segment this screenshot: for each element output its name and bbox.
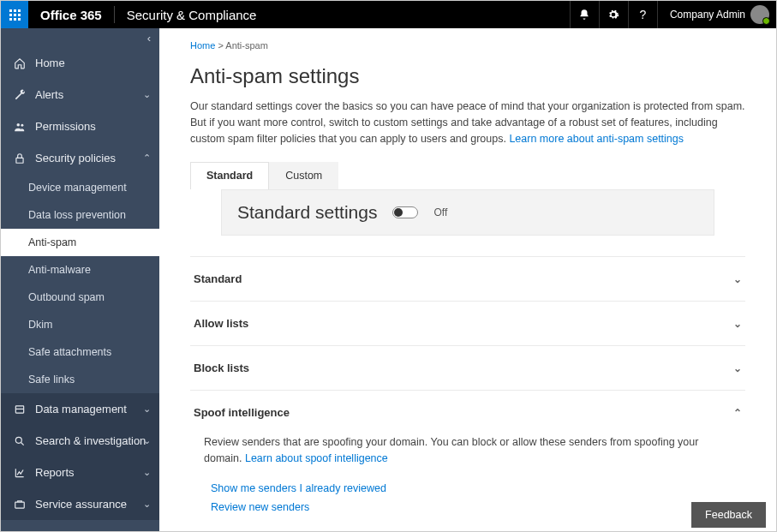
chevron-down-icon: ⌄: [143, 435, 151, 446]
chevron-down-icon: ⌄: [733, 318, 742, 330]
sidebar-item-permissions[interactable]: Permissions: [1, 111, 159, 142]
app-launcher-icon[interactable]: [1, 1, 28, 28]
accordion-block-lists[interactable]: Block lists ⌄: [190, 346, 745, 390]
lock-icon: [13, 152, 27, 164]
database-icon: [13, 403, 27, 415]
tab-custom[interactable]: Custom: [269, 162, 338, 189]
breadcrumb-current: Anti-spam: [225, 40, 268, 51]
page-description: Our standard settings cover the basics s…: [159, 99, 776, 162]
avatar: [750, 5, 769, 24]
sidebar-sub-anti-spam[interactable]: Anti-spam: [1, 229, 159, 256]
sidebar-label: Data management: [35, 403, 127, 415]
sidebar-sub-outbound-spam[interactable]: Outbound spam: [1, 284, 159, 311]
chevron-left-icon: ‹: [147, 32, 151, 45]
accordion-title: Spoof intelligence: [194, 406, 290, 419]
page-title: Anti-spam settings: [159, 57, 776, 99]
review-new-senders-link[interactable]: Review new senders: [204, 498, 732, 517]
feedback-button[interactable]: Feedback: [691, 502, 766, 528]
home-icon: [13, 57, 27, 69]
wrench-icon: [13, 89, 27, 101]
chevron-down-icon: ⌄: [733, 362, 742, 374]
accordion-allow-lists[interactable]: Allow lists ⌄: [190, 302, 745, 345]
chevron-down-icon: ⌄: [733, 273, 742, 285]
sidebar-sub-safe-attachments[interactable]: Safe attachments: [1, 338, 159, 366]
svg-rect-5: [15, 502, 25, 508]
breadcrumb: Home > Anti-spam: [159, 28, 776, 57]
sidebar-item-service-assurance[interactable]: Service assurance ⌄: [1, 488, 159, 520]
chevron-down-icon: ⌄: [143, 403, 151, 415]
learn-spoof-link[interactable]: Learn about spoof intelligence: [245, 452, 388, 464]
sidebar-sub-safe-links[interactable]: Safe links: [1, 366, 159, 393]
search-icon: [13, 435, 27, 447]
show-reviewed-senders-link[interactable]: Show me senders I already reviewed: [204, 479, 732, 498]
svg-rect-2: [16, 158, 23, 163]
spoof-body: Review senders that are spoofing your do…: [190, 434, 745, 531]
main-content: Home > Anti-spam Anti-spam settings Our …: [159, 28, 776, 531]
accordion-title: Standard: [194, 272, 242, 285]
standard-settings-toggle[interactable]: [392, 206, 418, 218]
breadcrumb-sep: >: [218, 40, 223, 51]
sidebar-label: Search & investigation: [35, 434, 146, 447]
accordion-title: Block lists: [194, 362, 249, 374]
chevron-up-icon: ⌃: [733, 407, 742, 419]
sidebar-sub-dlp[interactable]: Data loss prevention: [1, 201, 159, 229]
app-title: Security & Compliance: [115, 8, 269, 22]
sidebar-label: Reports: [35, 466, 75, 479]
sidebar-item-reports[interactable]: Reports ⌄: [1, 457, 159, 488]
service-icon: [13, 499, 27, 511]
sidebar-sub-device-management[interactable]: Device management: [1, 174, 159, 201]
user-menu[interactable]: Company Admin: [657, 1, 776, 28]
sidebar-sub-anti-malware[interactable]: Anti-malware: [1, 256, 159, 284]
sidebar-label: Security policies: [35, 152, 116, 164]
sidebar-item-search-investigation[interactable]: Search & investigation ⌄: [1, 425, 159, 457]
sidebar-label: Alerts: [35, 88, 63, 101]
svg-point-1: [21, 123, 23, 126]
chart-icon: [13, 467, 27, 479]
accordion-standard[interactable]: Standard ⌄: [190, 257, 745, 301]
sidebar-item-security-policies[interactable]: Security policies ⌃: [1, 142, 159, 174]
top-bar: Office 365 Security & Compliance ? Compa…: [1, 1, 776, 28]
sidebar-collapse[interactable]: ‹: [1, 28, 159, 47]
breadcrumb-home-link[interactable]: Home: [190, 40, 215, 51]
brand-label: Office 365: [28, 8, 114, 22]
tabs: Standard Custom: [190, 162, 745, 189]
svg-point-4: [15, 437, 21, 443]
bell-icon[interactable]: [570, 1, 599, 28]
sidebar: ‹ Home Alerts ⌄ Permissions: [1, 28, 159, 531]
sidebar-item-home[interactable]: Home: [1, 47, 159, 79]
people-icon: [13, 121, 27, 133]
chevron-down-icon: ⌄: [143, 499, 151, 510]
accordion: Standard ⌄ Allow lists ⌄ Block lists ⌄ S…: [190, 256, 745, 531]
standard-settings-band: Standard settings Off: [221, 189, 714, 236]
learn-more-link[interactable]: Learn more about anti-spam settings: [509, 133, 684, 145]
help-icon[interactable]: ?: [628, 1, 657, 28]
sidebar-label: Service assurance: [35, 498, 127, 511]
gear-icon[interactable]: [599, 1, 628, 28]
band-title: Standard settings: [237, 202, 377, 223]
toggle-state-label: Off: [433, 206, 447, 218]
sidebar-label: Home: [35, 57, 65, 69]
accordion-title: Allow lists: [194, 317, 248, 330]
sidebar-item-alerts[interactable]: Alerts ⌄: [1, 79, 159, 111]
sidebar-label: Permissions: [35, 120, 96, 133]
svg-point-0: [17, 123, 21, 126]
tab-standard[interactable]: Standard: [190, 162, 269, 189]
sidebar-sub-dkim[interactable]: Dkim: [1, 311, 159, 338]
user-name-label: Company Admin: [670, 9, 745, 21]
sidebar-item-data-management[interactable]: Data management ⌄: [1, 393, 159, 425]
chevron-down-icon: ⌄: [143, 467, 151, 478]
accordion-spoof-intelligence[interactable]: Spoof intelligence ⌃: [190, 391, 745, 434]
chevron-up-icon: ⌃: [143, 152, 151, 164]
chevron-down-icon: ⌄: [143, 89, 151, 100]
